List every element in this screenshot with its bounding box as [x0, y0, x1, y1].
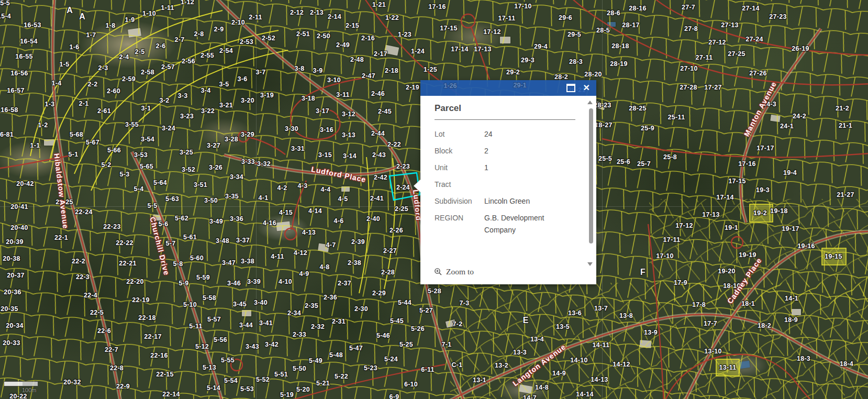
lot-label: 1-2 — [38, 121, 48, 129]
lot-label: 2-34 — [287, 309, 301, 317]
lot-label: 27-25 — [728, 50, 745, 58]
lot-label: 21-1 — [839, 122, 852, 129]
lot-label: 14-7 — [523, 394, 537, 399]
lot-label: 7-2 — [453, 320, 463, 328]
scroll-down-icon[interactable] — [587, 262, 593, 266]
lot-label: 5-62 — [175, 215, 188, 222]
lot-label: 22-22 — [116, 239, 133, 247]
lot-label: 1-12 — [181, 0, 194, 6]
lot-label: 3-37 — [236, 237, 250, 244]
lot-label: 18-1 — [741, 300, 755, 307]
ghost-lot-label: 29-1 — [513, 82, 526, 89]
popup-scrollbar[interactable] — [589, 108, 593, 243]
lot-label: 4-13 — [302, 229, 316, 236]
lot-label: 5-52 — [256, 376, 270, 383]
lot-label: 25-9 — [641, 125, 654, 132]
lot-label: 1-22 — [385, 14, 399, 21]
lot-label: 2-30 — [354, 305, 368, 313]
lot-label: 26-19 — [792, 45, 809, 52]
map-canvas[interactable]: 15-515-416-5316-5416-5516-5616-5716-586-… — [0, 0, 868, 399]
lot-label: 14-1 — [785, 295, 798, 302]
lot-label: 27-28 — [680, 84, 697, 91]
lot-label: 3-3 — [178, 92, 188, 99]
field-label: Subdivision — [435, 195, 484, 207]
lot-label: 22-17 — [144, 333, 161, 340]
attribute-table: Lot24Block2Unit1TractSubdivisionLincoln … — [435, 128, 575, 236]
lot-label: 2-42 — [374, 174, 387, 181]
lot-label: 3-17 — [316, 107, 329, 115]
lot-label: 2-35 — [305, 302, 318, 309]
lot-label: 20-35 — [1, 305, 18, 313]
lot-label: 18-9 — [784, 316, 798, 324]
lot-label: 22-8 — [110, 364, 124, 372]
lot-label: 3-7 — [256, 69, 266, 76]
maximize-icon[interactable] — [566, 84, 575, 92]
lot-label: 19-19 — [739, 251, 756, 259]
lot-label: 5-27 — [419, 307, 433, 314]
lot-label: 2-28 — [381, 269, 395, 276]
lot-label: 3-44 — [239, 322, 253, 329]
lot-label: 29-2 — [506, 69, 520, 76]
lot-label: 4-4 — [321, 186, 331, 193]
lot-label: 3-13 — [342, 131, 355, 139]
field-value: G.B. Development Company — [484, 212, 575, 236]
zoom-to-button[interactable]: Zoom to — [434, 267, 474, 276]
lot-label: 28-5 — [596, 27, 610, 34]
lot-label: 2-6 — [156, 42, 166, 50]
lot-label: 19-18 — [770, 207, 787, 215]
lot-label: 2-47 — [362, 72, 375, 80]
lot-label: 1-9 — [125, 16, 135, 24]
lot-label: 22-2 — [72, 258, 85, 265]
lot-label: 1-25 — [424, 66, 437, 73]
lot-label: 2-41 — [370, 195, 384, 202]
lot-label: 2-22 — [387, 141, 401, 148]
lot-label: 2-53 — [240, 38, 253, 46]
lot-label: 2-9 — [214, 26, 224, 33]
lot-label: 27-14 — [742, 5, 759, 12]
section-letter: A — [79, 12, 85, 21]
lot-label: 5-68 — [70, 131, 83, 138]
lot-label: 6-10 — [404, 381, 418, 388]
lot-label: 2-17 — [374, 50, 387, 58]
lot-label: 13-8 — [619, 312, 633, 319]
lot-label: 28-23 — [594, 102, 611, 109]
ghost-lot-label: 1-26 — [443, 82, 457, 90]
lot-label: 22-23 — [103, 223, 120, 230]
popup-heading: Parcel — [435, 103, 575, 120]
lot-label: 5-7 — [166, 240, 176, 247]
lot-label: 21-2 — [836, 105, 849, 112]
lot-label: 2-24 — [396, 184, 410, 191]
lot-label: 1-7 — [86, 31, 96, 39]
lot-label: 13-4 — [530, 336, 544, 343]
lot-label: 3-14 — [343, 152, 357, 160]
lot-label: 2-7 — [175, 36, 185, 43]
lot-label: 2-60 — [107, 87, 120, 95]
parcel-popup: ✕ Parcel Lot24Block2Unit1TractSubdivisio… — [420, 80, 596, 284]
lot-label: 2-61 — [97, 107, 111, 115]
close-icon[interactable]: ✕ — [583, 84, 590, 92]
field-label: Tract — [435, 179, 484, 191]
lot-label: 5-10 — [183, 301, 197, 308]
lot-label: 21-27 — [837, 191, 854, 198]
field-label: Lot — [435, 128, 484, 140]
lot-label: 17-27 — [704, 84, 721, 91]
lot-label: 1-10 — [142, 10, 156, 17]
lot-label: 5-2 — [102, 161, 112, 169]
field-value: 24 — [484, 128, 575, 140]
field-row: Lot24 — [435, 128, 575, 140]
scroll-up-icon[interactable] — [587, 101, 593, 104]
lot-label: 5-60 — [190, 254, 204, 262]
lot-label: 3-49 — [209, 218, 223, 225]
lot-label: 17-17 — [756, 145, 774, 152]
lot-label: 3-16 — [320, 126, 333, 134]
lot-label: 28-18 — [611, 42, 629, 50]
lot-label: 3-33 — [241, 158, 255, 165]
lot-label: 20-37 — [7, 272, 24, 279]
lot-label: 2-58 — [141, 69, 154, 76]
lot-label: 5-48 — [329, 351, 343, 359]
lot-label: 1-4 — [52, 80, 62, 87]
lot-label: 27-13 — [721, 21, 738, 29]
lot-label: 4-9 — [299, 270, 309, 278]
lot-label: 5-44 — [398, 299, 411, 306]
lot-label: 17-12 — [675, 222, 693, 229]
